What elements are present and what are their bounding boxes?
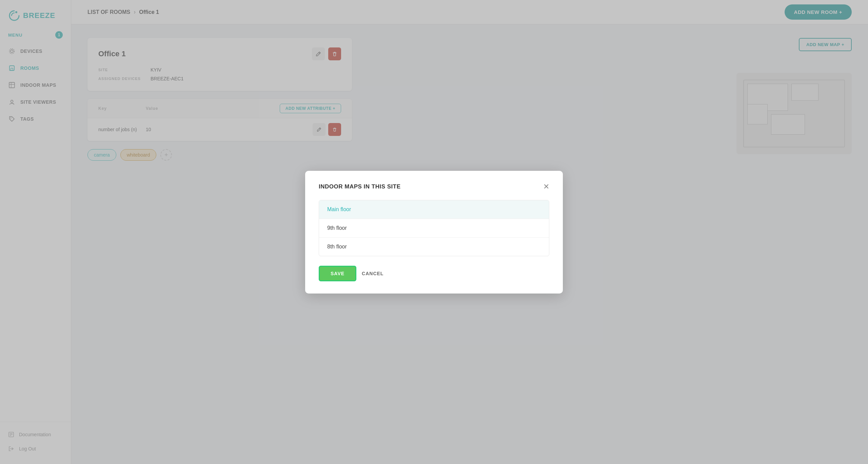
modal-map-item-label-1: 9th floor <box>327 225 347 231</box>
modal-map-item-9th-floor[interactable]: 9th floor <box>319 219 549 238</box>
modal-save-button[interactable]: SAVE <box>319 266 356 281</box>
modal-map-item-main-floor[interactable]: Main floor <box>319 200 549 219</box>
modal-map-item-label-0: Main floor <box>327 206 351 212</box>
modal: INDOOR MAPS IN THIS SITE ✕ Main floor 9t… <box>305 171 563 294</box>
modal-map-item-label-2: 8th floor <box>327 244 347 249</box>
main-content: LIST OF ROOMS › Office 1 ADD NEW ROOM + … <box>71 0 868 464</box>
modal-footer: SAVE CANCEL <box>319 266 549 281</box>
modal-cancel-button[interactable]: CANCEL <box>362 271 383 276</box>
modal-map-list: Main floor 9th floor 8th floor <box>319 200 549 256</box>
modal-title: INDOOR MAPS IN THIS SITE <box>319 183 401 190</box>
modal-close-button[interactable]: ✕ <box>543 183 549 190</box>
modal-overlay[interactable]: INDOOR MAPS IN THIS SITE ✕ Main floor 9t… <box>71 24 868 464</box>
modal-header: INDOOR MAPS IN THIS SITE ✕ <box>319 183 549 190</box>
page-body: Office 1 <box>71 24 868 464</box>
modal-map-item-8th-floor[interactable]: 8th floor <box>319 238 549 256</box>
